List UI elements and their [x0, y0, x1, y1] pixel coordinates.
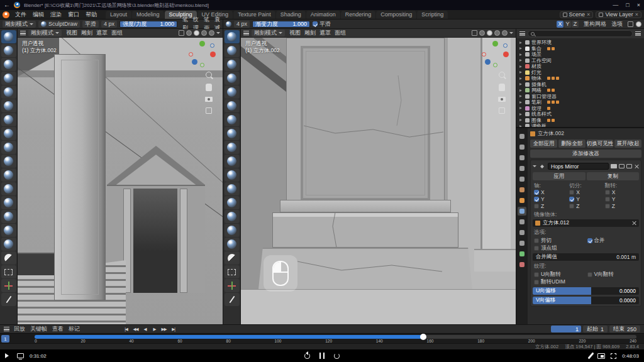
radius-field[interactable]: 4 px: [101, 21, 117, 28]
brush-button-flatten[interactable]: [1, 168, 16, 182]
expand-icon[interactable]: [519, 89, 523, 92]
brush-button-clay-thumb[interactable]: [225, 85, 240, 99]
mirror-object-field[interactable]: 立方体.012: [533, 219, 639, 227]
add-modifier-button[interactable]: 添加修改器: [530, 150, 641, 158]
menu[interactable]: 编辑: [30, 11, 47, 19]
editmode-visibility-icon[interactable]: [626, 164, 632, 168]
texture-option-checkbox[interactable]: V向翻转: [587, 271, 638, 278]
window-control-close[interactable]: ×: [637, 2, 640, 8]
brush-button-blob[interactable]: [1, 127, 16, 140]
wireframe-shading-icon[interactable]: [479, 30, 485, 36]
timeline-menu[interactable]: 标记: [66, 325, 82, 333]
zoom-icon[interactable]: [499, 72, 505, 78]
brush-button-layer[interactable]: [1, 99, 16, 112]
properties-tab-render[interactable]: [518, 143, 526, 151]
realtime-visibility-icon[interactable]: [619, 164, 625, 168]
collapse-icon[interactable]: [533, 165, 536, 169]
outliner-display-mode-icon[interactable]: [519, 31, 525, 36]
gizmo-toggle-icon[interactable]: [179, 30, 184, 36]
workspace-tab[interactable]: Rendering: [341, 11, 376, 19]
strength-slider[interactable]: 强度/力度 1.000: [119, 21, 177, 28]
pan-hand-icon[interactable]: [499, 84, 505, 91]
annotate-tool-button[interactable]: [1, 293, 16, 306]
brush-preview-icon[interactable]: [226, 21, 231, 27]
axis-z-dot[interactable]: [485, 59, 491, 65]
properties-tab-modifiers[interactable]: [518, 207, 526, 216]
brush-button-blob[interactable]: [225, 127, 240, 140]
modifier-tools-button[interactable]: 删除全部: [558, 140, 586, 148]
brush-button-pose[interactable]: [1, 238, 16, 251]
scene-selector[interactable]: Scene ×: [560, 11, 594, 18]
properties-tab-physics[interactable]: [518, 228, 526, 237]
brush-button-draw[interactable]: [225, 30, 240, 43]
mirror-bisect-checkbox[interactable]: Y: [569, 195, 602, 202]
mirror-flip-checkbox[interactable]: Y: [605, 195, 638, 202]
active-brush-chip[interactable]: SculptDraw: [38, 21, 80, 28]
current-frame-field[interactable]: 1: [551, 326, 581, 332]
copy-modifier-button[interactable]: 复制: [587, 172, 640, 180]
radius-field[interactable]: 4 px: [234, 21, 250, 28]
brush-button-inflate[interactable]: [1, 113, 16, 126]
pan-hand-icon[interactable]: [206, 84, 212, 91]
expand-icon[interactable]: [519, 41, 523, 44]
timeline-menu[interactable]: 查看: [50, 325, 66, 333]
shading-dropdown-icon[interactable]: [216, 32, 220, 36]
transport-button-next-keyframe[interactable]: ▶▶: [160, 326, 168, 332]
viewport-menu[interactable]: 雕刻: [79, 29, 94, 37]
fullscreen-icon[interactable]: [611, 353, 616, 359]
timeline-menu[interactable]: 关键帧: [28, 325, 50, 333]
axis-y-dot[interactable]: [492, 41, 498, 47]
viewport-menu[interactable]: 遮罩: [318, 29, 333, 37]
viewport-menu[interactable]: 视图: [287, 29, 303, 37]
expand-icon[interactable]: [519, 53, 523, 56]
window-control-minimize[interactable]: —: [613, 2, 618, 8]
axis-z-neg-dot[interactable]: [210, 43, 214, 48]
notes-icon[interactable]: [588, 352, 594, 359]
annotate-tool-button[interactable]: [225, 293, 240, 306]
axis-x-dot[interactable]: [503, 52, 509, 57]
pip-icon[interactable]: [597, 353, 605, 359]
properties-tab-particles[interactable]: [518, 217, 526, 226]
expand-icon[interactable]: [519, 107, 523, 109]
rendered-preview-icon[interactable]: [209, 30, 214, 36]
menu[interactable]: 窗口: [65, 11, 82, 19]
brush-button-draw-sharp[interactable]: [1, 44, 16, 57]
expand-icon[interactable]: [519, 71, 523, 74]
modifier-name-field[interactable]: Hops Mirror: [548, 163, 609, 170]
outliner-item[interactable]: 调色板: [518, 123, 643, 127]
texture-option-checkbox[interactable]: U向翻转: [534, 271, 585, 278]
expand-icon[interactable]: [519, 47, 523, 50]
axis-x-dot[interactable]: [210, 52, 216, 57]
modifier-tools-button[interactable]: 全部应用: [530, 140, 557, 148]
axis-z-dot[interactable]: [192, 59, 197, 65]
axis-x-neg-dot[interactable]: [189, 52, 193, 57]
mirror-flip-checkbox[interactable]: Z: [605, 202, 638, 209]
solid-shading-icon[interactable]: [487, 30, 492, 36]
viewport-menu[interactable]: 视图: [64, 29, 79, 37]
timeline-menu[interactable]: 回放: [11, 325, 28, 333]
workspace-tab[interactable]: Layout: [106, 11, 131, 19]
editor-type-icon[interactable]: [243, 31, 249, 35]
forward-icon[interactable]: [334, 353, 340, 359]
mirror-axis-checkbox[interactable]: Y: [534, 195, 567, 202]
mirror-option-checkbox[interactable]: 顶点组: [534, 244, 585, 251]
workspace-tab[interactable]: Compositing: [376, 11, 416, 19]
axis-y-neg-dot[interactable]: [200, 63, 204, 67]
material-preview-icon[interactable]: [494, 30, 500, 36]
transform-tool-button[interactable]: [225, 279, 240, 292]
screen-mirror-icon[interactable]: [17, 353, 24, 358]
properties-tab-material[interactable]: [518, 260, 526, 269]
viewport-menu[interactable]: 面组: [333, 29, 348, 37]
brush-button-fill[interactable]: [1, 182, 16, 195]
back-arrow-icon[interactable]: ←: [4, 2, 10, 8]
pause-button[interactable]: [319, 353, 325, 359]
view-layer-unlink-icon[interactable]: ×: [635, 11, 638, 18]
offset-v-slider[interactable]: V向偏移 0.0000: [533, 297, 639, 304]
rendered-preview-icon[interactable]: [502, 30, 508, 36]
menu[interactable]: 渲染: [47, 11, 65, 19]
mirror-bisect-checkbox[interactable]: Z: [569, 202, 602, 209]
axis-y-dot[interactable]: [199, 41, 205, 47]
menu[interactable]: 文件: [12, 11, 30, 19]
mirror-option-checkbox[interactable]: 剪切: [534, 237, 585, 244]
mode-dropdown[interactable]: 雕刻模式: [252, 30, 285, 36]
